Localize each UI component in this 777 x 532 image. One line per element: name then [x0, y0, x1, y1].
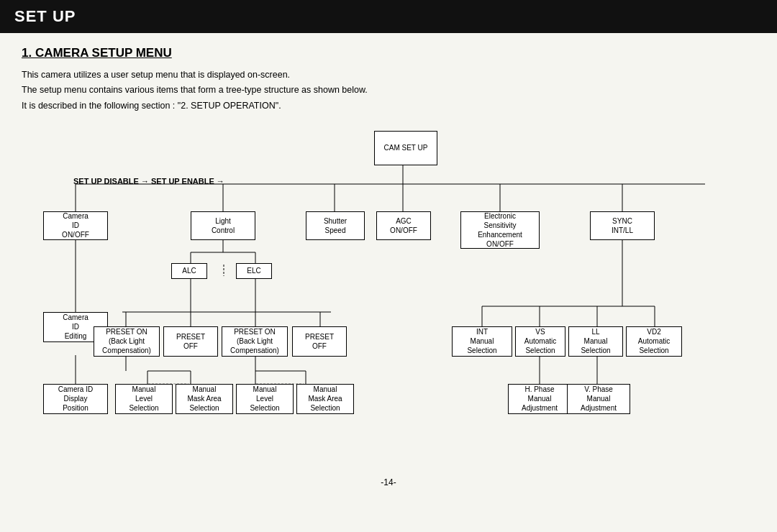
- node-manual-mask-sel1: ManualMask AreaSelection: [176, 384, 233, 414]
- setup-label-text: SET UP DISABLE → SET UP ENABLE →: [73, 177, 224, 185]
- page-number: -14-: [22, 477, 755, 487]
- node-shutter-speed: ShutterSpeed: [306, 211, 365, 240]
- node-cam-setup: CAM SET UP: [374, 131, 437, 165]
- node-camera-id-display: Camera IDDisplayPosition: [43, 384, 108, 414]
- node-h-phase: H. PhaseManualAdjustment: [508, 384, 571, 414]
- node-electronic: ElectronicSensitivityEnhancementON/OFF: [460, 211, 540, 249]
- node-ll-manual: LLManualSelection: [568, 326, 623, 357]
- header-title: SET UP: [14, 7, 76, 25]
- node-int-manual: INTManualSelection: [452, 326, 512, 357]
- tree-diagram: CAM SET UP SET UP DISABLE → SET UP ENABL…: [22, 127, 755, 472]
- node-preset-on-blc2: PRESET ON(Back LightCompensation): [222, 326, 288, 357]
- node-sync: SYNCINT/LL: [590, 211, 655, 240]
- node-manual-level-sel1: ManualLevelSelection: [115, 384, 173, 414]
- node-vs-automatic: VSAutomaticSelection: [515, 326, 565, 357]
- node-light-control: LightControl: [191, 211, 255, 240]
- node-manual-mask-sel2: ManualMask AreaSelection: [296, 384, 354, 414]
- intro-text: This camera utilizes a user setup menu t…: [22, 68, 755, 114]
- node-v-phase: V. PhaseManualAdjustment: [567, 384, 630, 414]
- node-manual-level-sel2: ManualLevelSelection: [236, 384, 294, 414]
- section-title: 1. CAMERA SETUP MENU: [22, 46, 755, 60]
- node-camera-id-onoff: CameraIDON/OFF: [43, 211, 108, 240]
- node-elc: ELC: [236, 263, 272, 279]
- node-preset-on-blc1: PRESET ON(Back LightCompensation): [94, 326, 160, 357]
- node-alc: ALC: [171, 263, 207, 279]
- node-preset-off2: PRESETOFF: [292, 326, 347, 357]
- node-vd2-automatic: VD2AutomaticSelection: [626, 326, 682, 357]
- node-agc-onoff: AGCON/OFF: [376, 211, 431, 240]
- node-preset-off1: PRESETOFF: [163, 326, 218, 357]
- header-bar: SET UP: [0, 0, 777, 33]
